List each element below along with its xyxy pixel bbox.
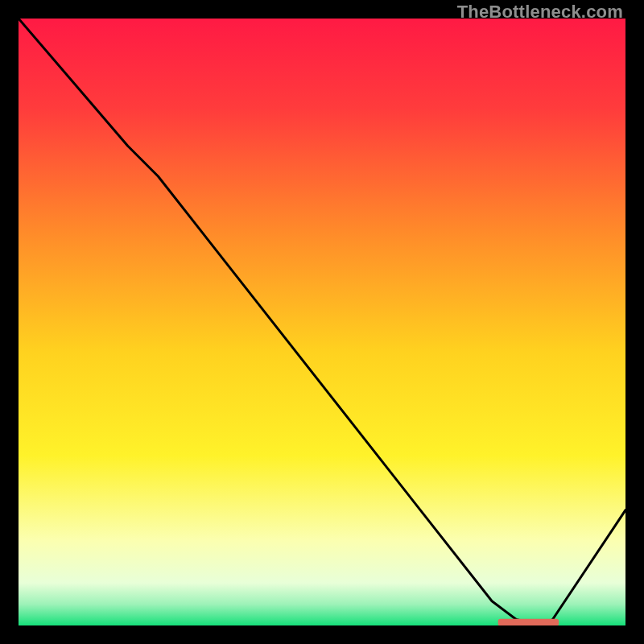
gradient-background bbox=[19, 19, 625, 625]
optimal-marker bbox=[498, 619, 559, 625]
bottleneck-chart bbox=[19, 19, 625, 625]
chart-area bbox=[19, 19, 625, 625]
